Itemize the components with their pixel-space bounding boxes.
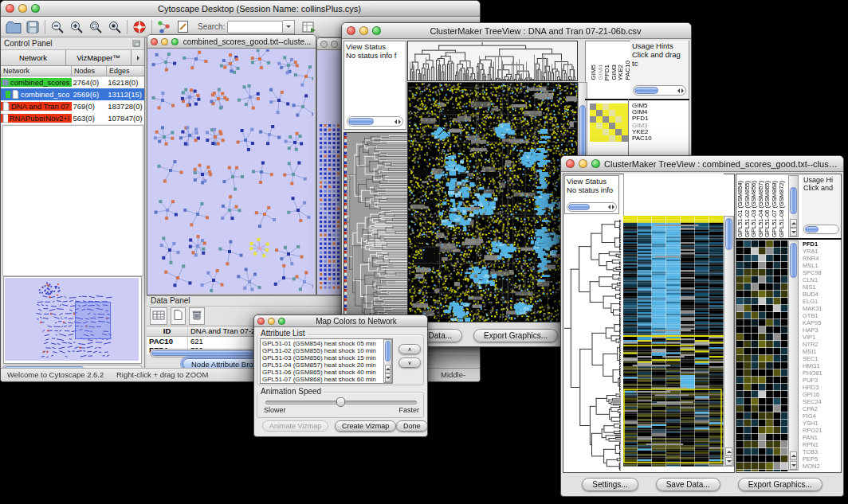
zoom-selected-icon[interactable] (86, 18, 105, 36)
gene-label[interactable]: BUD4 (803, 291, 841, 298)
help-lifering-icon[interactable] (130, 18, 149, 36)
table-grid-icon[interactable] (150, 307, 167, 325)
network-row-selected[interactable]: combined_sco 2569(6) 13112(15) (1, 88, 144, 100)
zoom-button[interactable] (591, 159, 600, 168)
attribute-list[interactable]: GPL51-01 (GSM854) heat shock 05 minGPL51… (260, 338, 393, 384)
minimize-button[interactable] (579, 159, 587, 168)
minimize-button[interactable] (331, 41, 338, 48)
gene-label[interactable]: KAP95 (803, 319, 841, 326)
trash-icon[interactable] (189, 307, 205, 325)
zoom-button[interactable] (278, 318, 285, 325)
network-row[interactable]: RNAPuberNov2+I 563(0) 107847(0) (1, 112, 144, 124)
gene-label[interactable]: VIP1 (803, 334, 841, 341)
gene-label[interactable]: PHO81 (803, 369, 841, 377)
close-button[interactable] (257, 318, 265, 325)
open-folder-icon[interactable] (4, 18, 23, 36)
gene-label[interactable]: PUF3 (803, 377, 841, 384)
gene-label[interactable]: ELG1 (803, 298, 841, 305)
gene-label[interactable]: SEC24 (803, 398, 841, 405)
treeview1-button[interactable]: Export Graphics... (473, 329, 558, 342)
tv2-heatmap-canvas[interactable] (623, 216, 724, 467)
gene-label[interactable]: YSH1 (803, 420, 841, 427)
gene-label[interactable]: YRA1 (803, 248, 841, 255)
tv1-matrix-canvas[interactable] (590, 104, 628, 142)
zoom-in-icon[interactable] (67, 18, 86, 36)
tv1-rowtree-canvas[interactable] (344, 132, 408, 324)
network-row[interactable]: combined_scores 2764(0) 16218(0) (1, 76, 144, 88)
float-panel-icon[interactable] (132, 37, 141, 51)
attribute-list-item[interactable]: GPL51-04 (GSM857) heat shock 20 min (262, 361, 391, 369)
zoom-button[interactable] (31, 4, 40, 13)
attribute-list-item[interactable]: GPL51-02 (GSM855) heat shock 10 min (262, 347, 391, 354)
tab-overflow-button[interactable] (132, 50, 144, 65)
column-label[interactable]: GPL51-08 (GSM872) (779, 181, 786, 237)
tv2-labels-vscrollbar[interactable] (788, 175, 799, 237)
search-dropdown-button[interactable] (283, 20, 295, 34)
main-titlebar[interactable]: Cytoscape Desktop (Session Name: collins… (1, 1, 480, 17)
minimize-button[interactable] (359, 26, 368, 35)
gene-label[interactable]: HRD3 (803, 384, 841, 391)
gene-label[interactable]: GTB1 (803, 312, 841, 319)
save-icon[interactable] (23, 18, 42, 36)
view-status-hscrollbar[interactable] (567, 202, 617, 212)
gene-label[interactable]: FIG4 (803, 412, 841, 420)
gene-label[interactable]: PFD1 (803, 240, 841, 248)
navigator-canvas[interactable] (5, 278, 139, 361)
gene-label[interactable]: RPN1 (803, 441, 841, 448)
network-row[interactable]: DNA and Tran 07 769(0) 183728(0) (1, 100, 144, 112)
gene-label[interactable]: SEC1 (803, 355, 841, 362)
tv2-rowtree-canvas[interactable] (563, 217, 621, 472)
control-panel-tab[interactable]: Network (1, 50, 66, 65)
tv2-zoom-canvas[interactable] (736, 240, 788, 471)
treeview2-button[interactable]: Settings... (582, 478, 638, 491)
tv1-coltree-canvas[interactable] (407, 41, 578, 81)
minimize-button[interactable] (268, 318, 275, 325)
gene-label[interactable]: MON2 (803, 463, 841, 470)
annotation-icon[interactable] (174, 18, 193, 36)
gene-label[interactable]: RPO21 (803, 427, 841, 434)
attribute-list-item[interactable]: GPL51-03 (GSM856) heat shock 15 min (262, 354, 391, 361)
gene-label[interactable]: TCB3 (803, 448, 841, 455)
close-button[interactable] (151, 38, 158, 45)
attribute-list-vscrollbar[interactable] (383, 339, 392, 383)
move-down-button[interactable]: ∨ (398, 357, 421, 368)
gene-label[interactable]: NIS1 (803, 283, 841, 291)
gene-label[interactable]: MSI1 (803, 348, 841, 355)
attribute-list-item[interactable]: GPL51-07 (GSM868) heat shock 60 min (262, 376, 391, 383)
gene-label[interactable]: GPI16 (803, 391, 841, 398)
row-label[interactable]: PAC10 (632, 135, 652, 142)
import-table-icon[interactable] (300, 18, 319, 36)
attribute-list-item[interactable]: GPL51-01 (GSM854) heat shock 05 min (262, 340, 391, 347)
tv2-heatmap-vscrollbar[interactable] (724, 216, 734, 467)
dialog-titlebar[interactable]: Map Colors to Network (254, 315, 427, 327)
search-input[interactable] (227, 21, 283, 33)
done-button[interactable]: Done (396, 420, 428, 432)
gene-label[interactable]: CLN1 (803, 276, 841, 283)
gene-label[interactable]: SPC98 (803, 269, 841, 276)
treeview2-button[interactable]: Export Graphics... (738, 478, 822, 491)
gene-label[interactable]: RNR4 (803, 255, 841, 262)
close-button[interactable] (320, 41, 328, 48)
animation-speed-slider[interactable] (265, 400, 417, 404)
zoom-out-icon[interactable] (48, 18, 67, 36)
view-status-hscrollbar[interactable] (347, 116, 403, 127)
control-panel-tab[interactable]: VizMapper™ (66, 50, 132, 65)
new-attribute-icon[interactable] (171, 307, 186, 325)
gene-label[interactable]: NTR2 (803, 341, 841, 348)
gene-label[interactable]: PEP5 (803, 455, 841, 463)
gene-label[interactable]: MAK31 (803, 305, 841, 312)
usage-hints-hscrollbar[interactable] (633, 85, 686, 96)
zoom-fit-icon[interactable] (105, 18, 124, 36)
attribute-list-item[interactable]: GPL51-06 (GSM865) heat shock 40 min (262, 369, 391, 376)
create-vizmap-button[interactable]: Create Vizmap (335, 420, 396, 432)
vizmapper-icon[interactable] (155, 18, 174, 36)
minimize-button[interactable] (18, 4, 27, 13)
usage-hints-hscrollbar[interactable] (803, 225, 839, 234)
gene-label[interactable]: MSL1 (803, 262, 841, 269)
close-button[interactable] (6, 4, 14, 13)
gene-label[interactable]: HMG1 (803, 362, 841, 369)
gene-label[interactable]: CPA2 (803, 405, 841, 412)
animate-vizmap-button[interactable]: Animate Vizmap (262, 420, 328, 432)
treeview1-titlebar[interactable]: ClusterMaker TreeView : DNA and Tran 07-… (342, 23, 691, 39)
network-canvas[interactable] (148, 49, 313, 292)
